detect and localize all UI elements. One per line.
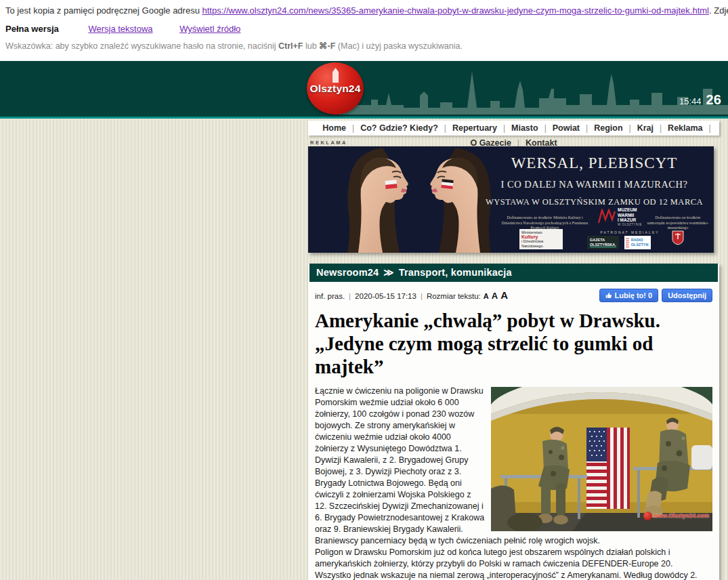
olsztyn24-watermark-icon bbox=[643, 512, 652, 520]
radio-olsztyn-logo: RADIO OLSZTYN bbox=[624, 236, 651, 249]
hint-text-mid: lub bbox=[303, 41, 319, 51]
nav-item-repertuary[interactable]: Repertuary bbox=[446, 121, 503, 136]
article-paragraph: Wszystko jednak wskazuje na niemal zerow… bbox=[315, 570, 712, 580]
share-button-label: Udostępnij bbox=[668, 289, 706, 302]
gazeta-olsztynska-logo: GAZETA OLSZTYŃSKA. bbox=[587, 236, 619, 249]
cache-info-prefix: To jest kopia z pamięci podręcznej Googl… bbox=[5, 5, 202, 16]
article-source: inf. pras. bbox=[315, 292, 345, 300]
google-cache-banner: To jest kopia z pamięci podręcznej Googl… bbox=[0, 0, 728, 61]
text-size-medium-button[interactable]: A bbox=[492, 291, 498, 301]
hint-text-end: (Mac) i użyj paska wyszukiwania. bbox=[335, 41, 463, 51]
tab-view-source[interactable]: Wyświetl źródło bbox=[179, 24, 240, 34]
media-patron-logos: GAZETA OLSZTYŃSKA. RADIO OLSZTYN bbox=[587, 236, 651, 249]
museum-subtext: W OLSZTYNIE bbox=[618, 223, 642, 226]
nav-separator: | bbox=[709, 121, 711, 136]
radio-line: OLSZTYN bbox=[631, 243, 649, 247]
meta-separator: | bbox=[421, 292, 423, 300]
castle-tower-icon bbox=[333, 68, 339, 83]
cache-view-tabs: Pełna wersja Wersja tekstowa Wyświetl źr… bbox=[5, 24, 265, 34]
banner-event-info: WYSTAWA W OLSZTYŃSKIM ZAMKU OD 12 MARCA bbox=[481, 197, 708, 207]
article-body: www.Olsztyn24.com Łącznie w ćwiczeniu na… bbox=[315, 386, 712, 580]
meta-separator: | bbox=[349, 292, 351, 300]
museum-text: MUZEUM bbox=[618, 207, 642, 213]
ad-banner[interactable]: WERSAL, PLEBISCYT I CO DALEJ NA WARMII I… bbox=[308, 146, 714, 253]
city-skyline bbox=[339, 66, 728, 115]
main-nav: Home| Co? Gdzie? Kiedy?| Repertuary| Mia… bbox=[308, 121, 719, 136]
nav-item-co-gdzie-kiedy[interactable]: Co? Gdzie? Kiedy? bbox=[354, 121, 444, 136]
article-title: Amerykanie „chwalą” pobyt w Drawsku. „Je… bbox=[315, 309, 712, 378]
text-size-small-button[interactable]: A bbox=[484, 292, 489, 300]
logo-text: Olsztyn24 bbox=[309, 83, 360, 95]
article-panel: Newsroom24≫Transport, komunikacja inf. p… bbox=[308, 264, 719, 580]
hint-text: Wskazówka: aby szybko znaleźć wyszukiwan… bbox=[5, 41, 278, 51]
media-patronage-label: PATRONAT MEDIALNY bbox=[593, 230, 667, 234]
current-time: 15:44 bbox=[679, 96, 702, 106]
article-paragraph: Poligon w Drawsku Pomorskim już od końca… bbox=[315, 547, 712, 570]
olsztyn24-logo[interactable]: Olsztyn24 bbox=[307, 62, 364, 115]
content-column: Home| Co? Gdzie? Kiedy?| Repertuary| Mia… bbox=[308, 119, 719, 580]
banner-headline: WERSAL, PLEBISCYT bbox=[481, 154, 708, 172]
two-women-profiles-image bbox=[335, 146, 505, 253]
page: To jest kopia z pamięci podręcznej Googl… bbox=[0, 0, 728, 580]
like-button-label: Lubię to! 0 bbox=[615, 289, 653, 302]
tab-text-version[interactable]: Wersja tekstowa bbox=[88, 24, 152, 34]
banner-subtitle: I CO DALEJ NA WARMII I MAZURACH? bbox=[481, 179, 708, 190]
facebook-like-button[interactable]: Lubię to! 0 bbox=[599, 289, 659, 302]
hint-shortcut-cmd-f: ⌘-F bbox=[319, 41, 335, 51]
breadcrumb-separator: ≫ bbox=[383, 267, 393, 278]
museum-logo: MUZEUM WARMII I MAZUR W OLSZTYNIE bbox=[598, 207, 642, 226]
hint-shortcut-ctrl-f: Ctrl+F bbox=[278, 41, 303, 51]
museum-text: I MAZUR bbox=[618, 218, 642, 223]
header-clock: 15:4426 bbox=[679, 92, 721, 108]
museum-logo-mark bbox=[598, 209, 616, 224]
article-datetime: 2020-05-15 17:13 bbox=[355, 292, 416, 300]
voivodeship-crest-icon bbox=[672, 230, 684, 245]
breadcrumb-section[interactable]: Newsroom24 bbox=[316, 267, 379, 278]
nav-item-region[interactable]: Region bbox=[588, 121, 628, 136]
social-buttons: Lubię to! 0 Udostępnij bbox=[599, 289, 712, 302]
museum-text: WARMII bbox=[618, 213, 642, 218]
nav-item-miasto[interactable]: Miasto bbox=[505, 121, 544, 136]
article-photo: www.Olsztyn24.com bbox=[491, 387, 712, 531]
ministry-line: Narodowego. bbox=[521, 244, 561, 249]
site-header: Olsztyn24 15:4426 bbox=[0, 61, 728, 119]
article-meta-row: inf. pras.|2020-05-15 17:13|Rozmiar teks… bbox=[315, 289, 712, 304]
breadcrumb: Newsroom24≫Transport, komunikacja bbox=[309, 264, 718, 282]
ministry-of-culture-logo: Ministerstwo Kultury i Dziedzictwa Narod… bbox=[519, 229, 563, 249]
nav-item-home[interactable]: Home bbox=[316, 121, 352, 136]
nav-item-powiat[interactable]: Powiat bbox=[547, 121, 586, 136]
tab-full-version: Pełna wersja bbox=[5, 24, 59, 34]
banner-credit-region: Dofinansowano ze środków samorządu wojew… bbox=[647, 215, 709, 231]
current-date: 26 bbox=[706, 92, 721, 107]
cache-info-suffix: . Zdjęcie przedstawia stan strony z 26 M… bbox=[709, 5, 728, 16]
nav-item-reklama[interactable]: Reklama bbox=[662, 121, 708, 136]
watermark-text: www.Olsztyn24.com bbox=[654, 510, 709, 522]
photo-watermark: www.Olsztyn24.com bbox=[643, 510, 709, 522]
share-button[interactable]: Udostępnij bbox=[662, 289, 712, 302]
text-size-large-button[interactable]: A bbox=[500, 289, 508, 301]
search-hint: Wskazówka: aby szybko znaleźć wyszukiwan… bbox=[5, 41, 463, 51]
thumbs-up-icon bbox=[605, 292, 612, 299]
cached-page-url-link[interactable]: https://www.olsztyn24.com/news/35365-ame… bbox=[202, 5, 709, 16]
text-size-label: Rozmiar tekstu: bbox=[427, 292, 481, 300]
gazeta-line: OLSZTYŃSKA. bbox=[590, 243, 616, 248]
breadcrumb-category[interactable]: Transport, komunikacja bbox=[399, 267, 512, 278]
nav-item-kraj[interactable]: Kraj bbox=[631, 121, 660, 136]
cache-info-line: To jest kopia z pamięci podręcznej Googl… bbox=[5, 5, 728, 16]
